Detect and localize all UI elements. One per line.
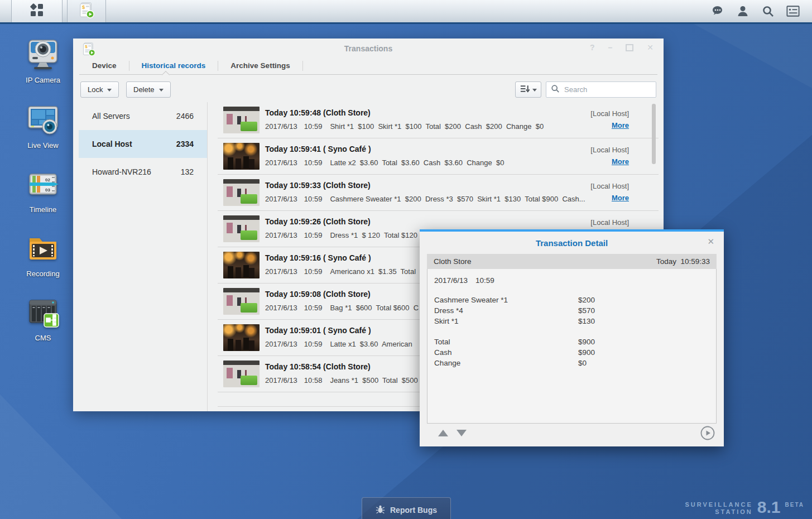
more-link[interactable]: More	[612, 157, 629, 166]
receipt-summary-row: Total $900	[434, 337, 709, 347]
transaction-date: 2017/6/13	[265, 195, 297, 203]
desktop-icon-timeline[interactable]: 02 03 Timeline	[12, 166, 74, 214]
more-link[interactable]: More	[612, 194, 629, 202]
desktop-icon-recording[interactable]: Recording	[12, 230, 74, 278]
transactions-app-taskbar-button[interactable]: $	[67, 0, 106, 22]
chat-icon[interactable]	[711, 4, 724, 18]
chevron-down-icon	[532, 89, 537, 92]
transaction-time: 10:59	[304, 195, 323, 203]
transaction-thumbnail[interactable]	[223, 361, 260, 387]
transaction-items: Shirt *1 $100 Skirt *1 $100 Total $200 C…	[330, 122, 544, 131]
widgets-panel-icon[interactable]	[786, 4, 800, 18]
ip-camera-icon	[25, 65, 61, 74]
tab-archive-settings[interactable]: Archive Settings	[218, 61, 303, 71]
transaction-items: Dress *1 $ 120 Total $120	[330, 231, 417, 239]
transaction-time: 10:59	[304, 304, 323, 312]
minimize-button[interactable]: –	[608, 43, 612, 52]
window-titlebar[interactable]: $ Transactions ? – ✕	[73, 39, 664, 57]
delete-button[interactable]: Delete	[126, 81, 171, 98]
svg-text:$: $	[82, 4, 85, 10]
sort-button[interactable]	[515, 81, 541, 98]
item-price: $570	[578, 305, 709, 316]
tab-historical-records[interactable]: Historical records	[129, 61, 219, 71]
up-arrow-icon[interactable]	[438, 430, 448, 436]
report-bugs-button[interactable]: Report Bugs	[362, 497, 451, 519]
server-name: Howard-NVR216	[92, 167, 151, 176]
transaction-thumbnail[interactable]	[223, 288, 260, 315]
timeline-icon: 02 03	[25, 194, 61, 204]
help-button[interactable]: ?	[590, 43, 595, 52]
transaction-thumbnail[interactable]	[223, 179, 260, 206]
transaction-time: 10:59	[304, 158, 323, 167]
transaction-time: 10:59	[304, 122, 323, 131]
transaction-host: [Local Host]	[590, 182, 629, 190]
lock-button[interactable]: Lock	[80, 81, 119, 98]
transaction-date: 2017/6/13	[265, 158, 297, 167]
transaction-items: Latte x2 $3.60 Total $3.60 Cash $3.60 Ch…	[330, 158, 504, 167]
transaction-timestamp: Today 10:59:33	[656, 257, 710, 266]
transaction-row[interactable]: Today 10:59:33 (Cloth Store) 2017/6/1310…	[218, 175, 659, 211]
close-button[interactable]: ✕	[647, 43, 654, 52]
search-icon[interactable]	[761, 4, 775, 18]
search-input[interactable]	[563, 85, 651, 94]
user-icon[interactable]	[736, 4, 749, 18]
transaction-date: 2017/6/13	[265, 340, 297, 348]
transaction-thumbnail[interactable]	[223, 215, 260, 242]
tab-device[interactable]: Device	[80, 61, 129, 71]
maximize-button[interactable]	[626, 44, 633, 51]
transaction-title: Today 10:59:08 (Cloth Store)	[265, 290, 371, 299]
receipt-item: Dress *4 $570	[434, 305, 709, 316]
transaction-time: 10:58	[304, 376, 323, 385]
desktop-icon-label: Live View	[12, 141, 74, 150]
cms-icon	[25, 323, 61, 332]
desktop-icon-live-view[interactable]: Live View	[12, 102, 74, 150]
desktop-icon-label: Timeline	[12, 205, 74, 214]
transaction-title: Today 10:59:41 ( Syno Café )	[265, 145, 371, 153]
summary-label: Cash	[434, 347, 578, 358]
brand-line2: STATION	[685, 508, 752, 516]
live-view-icon	[25, 130, 61, 140]
transaction-time: 10:59	[304, 231, 323, 239]
transaction-thumbnail[interactable]	[223, 324, 260, 351]
report-bugs-label: Report Bugs	[390, 506, 437, 515]
store-name: Cloth Store	[434, 257, 472, 266]
transaction-items: Jeans *1 $500 Total $500	[330, 376, 417, 385]
transaction-thumbnail[interactable]	[223, 107, 260, 133]
down-arrow-icon[interactable]	[457, 430, 467, 436]
more-link[interactable]: More	[612, 121, 629, 129]
transaction-title: Today 10:59:01 ( Syno Café )	[265, 326, 371, 335]
summary-label: Total	[434, 337, 578, 347]
brand-version: 8.1	[757, 499, 781, 516]
desktop-icon-label: CMS	[12, 334, 74, 342]
transaction-host: [Local Host]	[590, 109, 629, 118]
server-count: 132	[181, 167, 194, 176]
server-name: Local Host	[92, 140, 132, 148]
delete-button-label: Delete	[133, 85, 155, 94]
search-icon	[551, 84, 560, 95]
search-box	[546, 81, 656, 98]
item-price: $130	[578, 316, 709, 326]
transaction-row[interactable]: Today 10:59:41 ( Syno Café ) 2017/6/1310…	[218, 138, 659, 175]
dialog-store-bar: Cloth Store Today 10:59:33	[427, 254, 717, 269]
list-scrollbar[interactable]	[652, 104, 656, 164]
desktop-icon-label: IP Camera	[12, 76, 74, 84]
dialog-title: Transaction Detail	[420, 238, 724, 248]
transaction-thumbnail[interactable]	[223, 143, 260, 170]
transaction-row[interactable]: Today 10:59:48 (Cloth Store) 2017/6/1310…	[218, 102, 659, 138]
transaction-items: Latte x1 $3.60 American	[330, 340, 412, 348]
server-row-local-host[interactable]: Local Host 2334	[79, 130, 207, 158]
transaction-date: 2017/6/13	[265, 376, 297, 385]
item-name: Dress *4	[434, 305, 578, 316]
desktop-icon-cms[interactable]: CMS	[12, 295, 74, 342]
transaction-thumbnail[interactable]	[223, 252, 260, 278]
server-count: 2334	[176, 140, 194, 148]
main-menu-button[interactable]	[11, 0, 63, 22]
close-icon[interactable]: ✕	[707, 237, 714, 247]
window-controls: ? – ✕	[590, 43, 654, 52]
bug-icon	[376, 504, 385, 516]
server-row-howard-nvr216[interactable]: Howard-NVR216 132	[79, 158, 207, 186]
desktop-icon-ip-camera[interactable]: IP Camera	[12, 37, 74, 84]
play-icon[interactable]	[700, 426, 715, 440]
server-row-all-servers[interactable]: All Servers 2466	[79, 102, 207, 130]
surveillance-station-logo: SURVEILLANCE STATION 8.1 BETA	[685, 499, 804, 516]
